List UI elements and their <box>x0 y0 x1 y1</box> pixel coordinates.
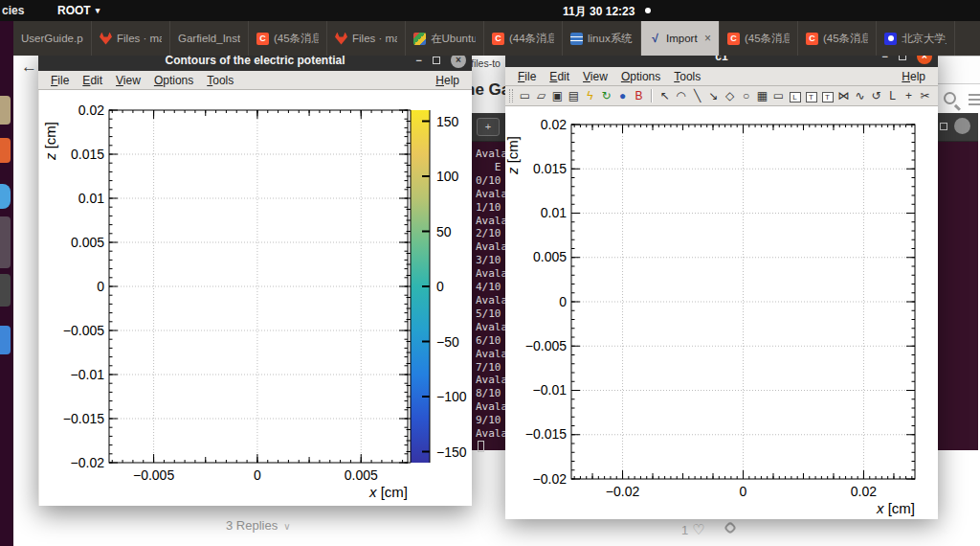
marker-icon[interactable]: + <box>901 89 917 102</box>
browser-tab[interactable]: Files · mas <box>92 21 170 56</box>
link-icon[interactable] <box>724 521 737 535</box>
pave-icon[interactable]: ▭ <box>770 89 787 102</box>
svg-text:z [cm]: z [cm] <box>505 136 521 175</box>
dock-app-icon[interactable] <box>0 96 11 125</box>
terminal-close-icon[interactable] <box>954 118 970 134</box>
svg-text:0.005: 0.005 <box>533 249 567 264</box>
graph-icon[interactable]: ⋈ <box>835 89 852 102</box>
svg-text:0.02: 0.02 <box>541 117 567 132</box>
interrupt-icon[interactable]: ● <box>614 89 631 102</box>
minimize-icon[interactable]: − <box>416 56 422 65</box>
dock-app-icon[interactable] <box>0 326 11 354</box>
browser-tab[interactable]: C(45条消息) <box>798 21 877 56</box>
tab-label: (45条消息) <box>823 32 868 46</box>
arc-icon[interactable]: ◠ <box>673 89 689 102</box>
tab-close-icon[interactable]: × <box>704 34 711 43</box>
app-menu-button[interactable]: ROOT▾ <box>57 4 100 17</box>
menu-help[interactable]: Help <box>429 74 466 87</box>
root-canvas-contours[interactable]: −0.00500.0050.020.0150.010.0050−0.005−0.… <box>39 90 472 506</box>
pointer-icon[interactable]: ↖ <box>657 89 673 102</box>
dock-app-icon[interactable] <box>0 138 11 163</box>
line-icon[interactable]: ╲ <box>689 89 705 102</box>
pavetext-icon[interactable]: T <box>803 89 819 102</box>
root-browser-icon[interactable]: B <box>631 89 647 102</box>
tab-label: Files · mas <box>117 33 162 44</box>
terminal-maximize-icon[interactable] <box>940 123 947 130</box>
browser-tab[interactable]: 北京大学_ <box>877 21 955 56</box>
menu-help[interactable]: Help <box>895 70 932 83</box>
browser-tab-title-partial[interactable]: files-to <box>471 57 501 69</box>
ubuntu-dock <box>0 21 13 546</box>
pavestext-icon[interactable]: T <box>819 89 835 102</box>
menu-view[interactable]: View <box>109 74 147 87</box>
save-icon[interactable]: ▣ <box>549 89 566 102</box>
terminal-new-tab-button[interactable]: + <box>477 118 500 136</box>
dock-app-icon[interactable] <box>0 274 11 307</box>
svg-text:z [cm]: z [cm] <box>42 122 58 161</box>
menu-options[interactable]: Options <box>147 74 200 87</box>
notification-dot-icon <box>645 8 651 13</box>
browser-tab[interactable]: UserGuide.pd <box>13 21 92 56</box>
menu-tools[interactable]: Tools <box>667 70 707 83</box>
menu-tools[interactable]: Tools <box>200 74 240 87</box>
browser-tab[interactable]: Garfield_Inst <box>170 21 249 56</box>
ellipse-icon[interactable]: ○ <box>738 89 754 102</box>
pavelabel-icon[interactable]: L <box>787 89 803 102</box>
menu-edit[interactable]: Edit <box>76 74 109 87</box>
tab-label: Import t <box>666 33 700 44</box>
diamond-icon[interactable]: ◇ <box>722 89 738 102</box>
refresh-icon[interactable]: ↻ <box>598 89 614 102</box>
open-file-icon[interactable]: ▱ <box>533 89 549 102</box>
svg-text:−0.01: −0.01 <box>70 367 104 382</box>
browser-tab[interactable]: C(45条消息) <box>249 21 327 56</box>
pad-icon[interactable]: ▦ <box>754 89 770 102</box>
browser-tab[interactable]: √Import t× <box>641 21 720 56</box>
cut-scissors-icon[interactable]: ✂ <box>917 89 933 102</box>
svg-text:0: 0 <box>97 279 104 294</box>
tab-label: Garfield_Inst <box>178 33 240 44</box>
menu-bar: FileEditViewOptionsToolsHelp <box>38 71 472 90</box>
csdn-favicon-icon: C <box>806 33 818 45</box>
arrow-icon[interactable]: ↘ <box>705 89 722 102</box>
svg-text:0.005: 0.005 <box>70 235 103 250</box>
menu-file[interactable]: File <box>44 74 76 87</box>
tab-label: UserGuide.pd <box>21 33 83 44</box>
toolbar-grip[interactable] <box>509 89 513 102</box>
editor-icon[interactable]: ϟ <box>582 89 598 102</box>
gitlab-favicon-icon <box>100 33 112 45</box>
clock-label[interactable]: 11月 30 12:23 <box>563 4 635 20</box>
dock-app-icon[interactable] <box>0 184 11 209</box>
new-canvas-icon[interactable]: ▭ <box>517 89 533 102</box>
svg-text:−50: −50 <box>436 334 459 350</box>
activities-button-partial[interactable]: cies <box>2 4 24 17</box>
svg-text:0.01: 0.01 <box>541 205 567 220</box>
curlyarc-icon[interactable]: ↺ <box>868 89 884 102</box>
browser-tab[interactable]: C(44条消息) <box>484 21 563 56</box>
dock-app-icon-selected[interactable] <box>0 216 11 268</box>
csdn-favicon-icon: C <box>492 33 504 45</box>
svg-text:50: 50 <box>436 224 452 239</box>
menu-file[interactable]: File <box>511 70 543 83</box>
curlyline-icon[interactable]: ∿ <box>852 89 868 102</box>
search-icon[interactable] <box>944 92 956 104</box>
replies-label: 3 Replies <box>226 518 278 533</box>
browser-tab[interactable]: linux系统中 <box>563 21 641 56</box>
print-icon[interactable]: ▤ <box>566 89 582 102</box>
likes-counter[interactable]: 1♡ <box>681 521 705 538</box>
latex-icon[interactable]: L <box>884 89 901 102</box>
browser-tab[interactable]: 在Ubuntu1 <box>406 21 484 56</box>
menu-view[interactable]: View <box>576 70 614 83</box>
svg-text:−0.01: −0.01 <box>533 382 568 398</box>
hamburger-menu-icon[interactable] <box>969 94 980 105</box>
browser-tab[interactable]: Files · mas <box>327 21 406 56</box>
replies-toggle[interactable]: 3 Replies∨ <box>226 518 291 533</box>
back-arrow-icon[interactable]: ← <box>21 57 37 77</box>
menu-edit[interactable]: Edit <box>543 70 576 83</box>
plot-area: −0.00500.0050.020.0150.010.0050−0.005−0.… <box>39 90 472 506</box>
maximize-icon[interactable] <box>433 57 440 64</box>
root-canvas-c1[interactable]: −0.0200.020.020.0150.010.0050−0.005−0.01… <box>505 106 938 519</box>
svg-text:−0.005: −0.005 <box>132 467 173 483</box>
menu-options[interactable]: Options <box>614 70 667 83</box>
browser-tab[interactable]: C(45条消息) <box>720 21 798 56</box>
svg-text:0.015: 0.015 <box>533 161 567 176</box>
